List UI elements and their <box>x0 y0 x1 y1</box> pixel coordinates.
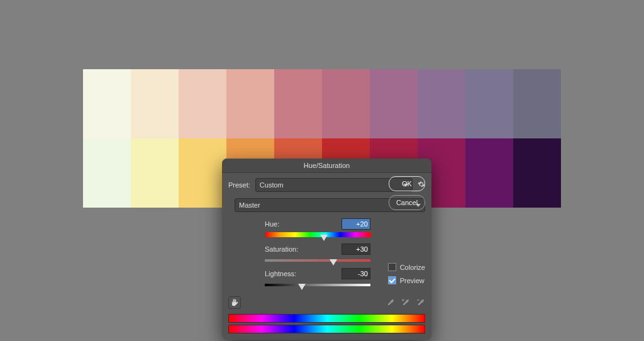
ok-button[interactable]: OK <box>389 176 425 191</box>
hue-input[interactable]: +20 <box>341 218 370 230</box>
palette-row-1 <box>83 69 561 138</box>
lightness-label: Lightness: <box>265 270 296 277</box>
hue-label: Hue: <box>265 220 279 228</box>
hue-slider[interactable] <box>265 232 370 237</box>
saturation-control: Saturation: +30 <box>235 243 372 262</box>
preview-label: Preview <box>400 277 425 284</box>
saturation-label: Saturation: <box>265 245 298 253</box>
swatch <box>179 138 226 208</box>
eyedropper-subtract-icon[interactable] <box>416 298 425 307</box>
saturation-slider[interactable] <box>265 259 370 262</box>
preset-value: Custom <box>260 181 284 189</box>
colorize-label: Colorize <box>400 264 425 271</box>
spectrum-bar-input[interactable] <box>228 314 425 323</box>
colorize-checkbox[interactable]: Colorize <box>388 263 425 271</box>
eyedropper-add-icon[interactable] <box>401 298 410 307</box>
spectrum-bar-output <box>228 325 425 333</box>
swatch <box>465 69 513 138</box>
hand-tool-icon[interactable] <box>228 296 241 309</box>
slider-thumb[interactable] <box>298 284 306 290</box>
swatch <box>322 69 370 138</box>
swatch <box>83 69 131 138</box>
lightness-input[interactable]: -30 <box>341 268 370 279</box>
range-value: Master <box>239 201 260 209</box>
swatch <box>83 138 131 208</box>
swatch <box>513 69 561 138</box>
swatch <box>131 138 179 208</box>
hue-control: Hue: +20 <box>235 218 372 237</box>
hue-saturation-dialog: Hue/Saturation Preset: Custom OK Cancel … <box>222 159 431 340</box>
preview-checkbox[interactable]: Preview <box>388 276 425 284</box>
cancel-button[interactable]: Cancel <box>389 195 425 210</box>
swatch <box>370 69 418 138</box>
swatch <box>226 69 274 138</box>
swatch <box>465 138 513 208</box>
swatch <box>513 138 561 208</box>
preset-label: Preset: <box>228 181 250 189</box>
swatch <box>274 69 322 138</box>
checkbox-icon <box>388 263 396 271</box>
lightness-slider[interactable] <box>265 284 370 286</box>
slider-thumb[interactable] <box>320 235 328 241</box>
swatch <box>418 69 465 138</box>
eyedropper-icon[interactable] <box>386 298 395 307</box>
swatch <box>131 69 179 138</box>
dialog-title[interactable]: Hue/Saturation <box>222 159 431 173</box>
saturation-input[interactable]: +30 <box>341 243 370 255</box>
slider-thumb[interactable] <box>330 259 337 266</box>
swatch <box>179 69 226 138</box>
checkbox-checked-icon <box>388 276 396 284</box>
lightness-control: Lightness: -30 <box>235 268 372 286</box>
